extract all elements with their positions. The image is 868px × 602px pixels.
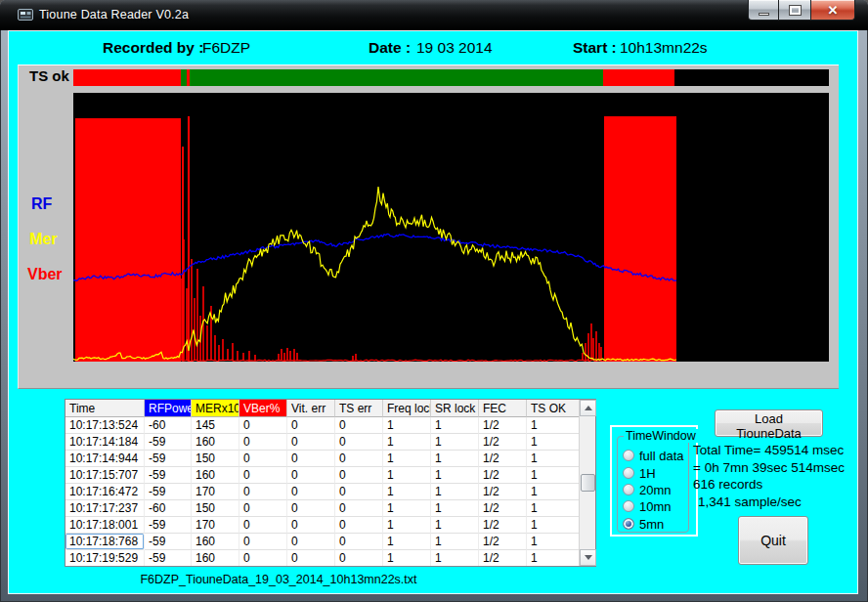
table-cell: 1/2	[479, 500, 527, 517]
radio-20mn[interactable]: 20mn	[623, 482, 672, 497]
table-cell: 150	[192, 451, 239, 467]
table-cell: 1	[383, 434, 431, 451]
table-cell: 1/2	[479, 550, 527, 566]
ts-ok-label: TS ok	[29, 67, 69, 84]
table-row[interactable]: 10:17:15:707-59160000111/21	[65, 467, 580, 484]
table-cell: 0	[335, 500, 383, 517]
radio-label: full data	[639, 449, 684, 463]
table-cell: 10:17:17:237	[65, 500, 145, 517]
date-label: Date :	[369, 39, 411, 57]
table-cell: 1/2	[479, 467, 527, 484]
table-cell: 10:17:18:001	[65, 517, 145, 534]
trace-label-rf: RF	[31, 195, 52, 213]
table-cell: -59	[145, 517, 192, 534]
date-value: 19 03 2014	[416, 39, 493, 57]
table-cell: 150	[192, 500, 239, 517]
table-cell: 1	[527, 417, 580, 434]
table-cell: 1	[431, 434, 479, 451]
radio-label: 10mn	[639, 499, 672, 514]
table-row[interactable]: 10:17:14:944-59150000111/21	[65, 451, 580, 467]
table-cell: 160	[192, 467, 239, 484]
signal-chart	[73, 93, 829, 362]
close-icon: ✕	[828, 3, 839, 18]
table-cell: 0	[287, 534, 335, 550]
table-row[interactable]: 10:17:18:768-59160000111/21	[65, 534, 580, 550]
caption-buttons: ✕	[748, 0, 855, 22]
start-value: 10h13mn22s	[620, 39, 708, 57]
table-cell: 160	[192, 550, 239, 566]
ts-status-bar	[73, 69, 829, 86]
trace-label-vber: Vber	[27, 266, 63, 283]
records-count: 616 records	[693, 477, 762, 492]
table-cell: 0	[287, 451, 335, 467]
column-header-fec[interactable]: FEC	[479, 400, 527, 417]
table-cell: 0	[287, 517, 335, 534]
column-header-vber-[interactable]: VBer%	[239, 400, 287, 417]
table-cell: 10:17:13:524	[65, 417, 145, 434]
ts-bar-segment	[603, 69, 674, 86]
radio-unselected-icon	[623, 500, 634, 512]
minimize-icon	[759, 13, 769, 16]
table-cell: 0	[335, 484, 383, 500]
table-cell: 1	[527, 550, 580, 566]
radio-10mn[interactable]: 10mn	[623, 498, 672, 514]
table-cell: 0	[239, 484, 287, 500]
table-cell: 1	[527, 451, 580, 467]
maximize-button[interactable]	[779, 0, 810, 21]
column-header-sr-lock[interactable]: SR lock	[431, 400, 479, 417]
ts-bar-segment	[73, 69, 181, 86]
start-label: Start :	[573, 39, 617, 57]
table-header-row: TimeRFPowerMERx10VBer%Vit. errTS errFreq…	[65, 400, 580, 417]
table-cell: 1	[383, 467, 431, 484]
table-row[interactable]: 10:17:19:529-59160000111/21	[65, 550, 580, 566]
table-cell: 0	[287, 417, 335, 434]
table-cell: 0	[287, 434, 335, 451]
scroll-down-button[interactable]	[580, 549, 596, 566]
table-cell: 0	[239, 534, 287, 550]
column-header-merx10[interactable]: MERx10	[192, 400, 239, 417]
loaded-filename: F6DZP_TiouneData_19_03_2014_10h13mn22s.t…	[83, 573, 474, 586]
table-cell: 0	[335, 467, 383, 484]
table-cell: 1	[383, 534, 431, 550]
radio-5mn[interactable]: 5mn	[623, 516, 664, 532]
column-header-freq-lock[interactable]: Freq lock	[383, 400, 431, 417]
arrow-up-icon	[585, 406, 592, 410]
table-cell: 1	[431, 451, 479, 467]
table-cell: 0	[239, 550, 287, 566]
sample-rate: 1,341 sample/sec	[698, 494, 802, 509]
column-header-time[interactable]: Time	[65, 400, 145, 417]
column-header-vit-err[interactable]: Vit. err	[287, 400, 335, 417]
minimize-button[interactable]	[748, 0, 779, 21]
load-tiounedata-button[interactable]: Load TiouneData	[715, 409, 823, 437]
close-button[interactable]: ✕	[810, 0, 855, 21]
table-cell: -60	[145, 417, 192, 434]
table-row[interactable]: 10:17:17:237-60150000111/21	[65, 500, 580, 517]
table-cell: 1	[431, 484, 479, 500]
radio-1H[interactable]: 1H	[623, 465, 656, 481]
column-header-rfpower[interactable]: RFPower	[145, 400, 192, 417]
radio-full-data[interactable]: full data	[623, 448, 684, 463]
table-cell: 1	[383, 550, 431, 566]
table-cell: 0	[287, 500, 335, 517]
table-row[interactable]: 10:17:16:472-59170000111/21	[65, 484, 580, 500]
total-time-msec: Total Time= 459514 msec	[693, 443, 844, 457]
column-header-ts-err[interactable]: TS err	[335, 400, 383, 417]
table-row[interactable]: 10:17:13:524-60145000111/21	[65, 417, 580, 434]
column-header-ts-ok[interactable]: TS OK	[527, 400, 580, 417]
recorded-by-label: Recorded by :	[103, 39, 203, 57]
table-cell: 1	[527, 467, 580, 484]
table-cell: 1/2	[479, 484, 527, 500]
table-row[interactable]: 10:17:14:184-59160000111/21	[65, 434, 580, 451]
table-cell: 1	[383, 517, 431, 534]
table-cell: -59	[145, 550, 192, 566]
table-row[interactable]: 10:17:18:001-59170000111/21	[65, 517, 580, 534]
table-cell: 1	[527, 534, 580, 550]
table-cell: 1	[383, 451, 431, 467]
scroll-thumb[interactable]	[581, 474, 595, 492]
quit-button[interactable]: Quit	[738, 516, 808, 565]
app-icon	[18, 8, 34, 22]
table-cell: 1/2	[479, 534, 527, 550]
scroll-up-button[interactable]	[580, 400, 596, 416]
vertical-scrollbar[interactable]	[579, 400, 595, 566]
radio-unselected-icon	[623, 450, 634, 461]
